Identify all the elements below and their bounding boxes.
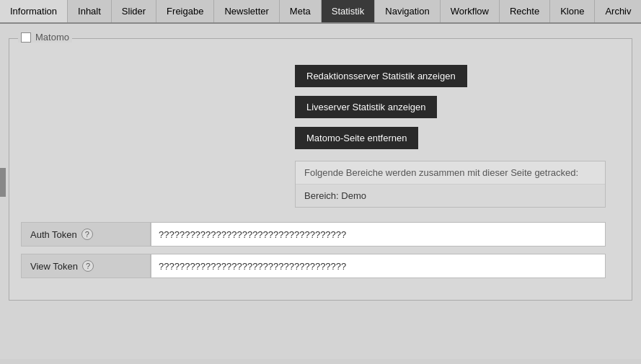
content-area: Matomo Redaktionsserver Statistik anzeig… [0,24,641,359]
tab-navigation[interactable]: Navigation [375,0,440,22]
tab-information[interactable]: Information [0,0,68,22]
view-token-input[interactable] [151,254,606,278]
tab-bar: InformationInhaltSliderFreigabeNewslette… [0,0,641,24]
matomo-fieldset: Matomo Redaktionsserver Statistik anzeig… [9,38,632,301]
token-section: Auth Token ? View Token ? [21,222,620,278]
info-box: Folgende Bereiche werden zusammen mit di… [295,161,606,208]
matomo-legend-label: Matomo [35,32,69,43]
view-token-label: View Token ? [21,254,151,278]
view-token-help-icon[interactable]: ? [82,260,94,272]
info-box-row: Bereich: Demo [296,185,605,207]
btn-redaktionsserver[interactable]: Redaktionsserver Statistik anzeigen [295,65,467,87]
tab-klone[interactable]: Klone [550,0,595,22]
tab-newsletter[interactable]: Newsletter [214,0,279,22]
scroll-indicator [0,168,6,197]
tab-statistik[interactable]: Statistik [322,0,376,22]
tab-meta[interactable]: Meta [280,0,322,22]
tab-inhalt[interactable]: Inhalt [68,0,112,22]
btn-liveserver[interactable]: Liveserver Statistik anzeigen [295,96,437,118]
auth-token-help-icon[interactable]: ? [81,228,93,240]
btn-entfernen[interactable]: Matomo-Seite entfernen [295,127,418,149]
auth-token-row: Auth Token ? [21,222,620,247]
tab-freigabe[interactable]: Freigabe [156,0,214,22]
auth-token-label: Auth Token ? [21,222,151,247]
tab-workflow[interactable]: Workflow [441,0,500,22]
matomo-checkbox[interactable] [21,32,31,43]
view-token-row: View Token ? [21,254,620,278]
info-box-header: Folgende Bereiche werden zusammen mit di… [296,161,605,185]
auth-token-label-text: Auth Token [30,229,77,240]
view-token-label-text: View Token [30,261,78,272]
auth-token-input[interactable] [151,222,606,247]
tab-rechte[interactable]: Rechte [500,0,550,22]
buttons-section: Redaktionsserver Statistik anzeigen Live… [21,65,620,149]
tab-slider[interactable]: Slider [112,0,156,22]
matomo-legend: Matomo [18,32,72,43]
tab-archiv[interactable]: Archiv [595,0,641,22]
